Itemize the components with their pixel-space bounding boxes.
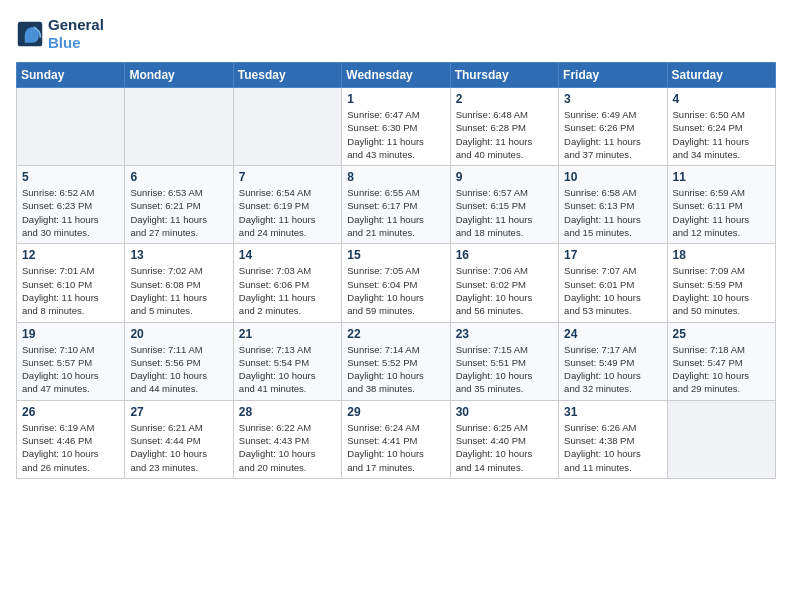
weekday-header-monday: Monday: [125, 63, 233, 88]
day-number: 29: [347, 405, 444, 419]
day-info: Sunrise: 6:53 AMSunset: 6:21 PMDaylight:…: [130, 186, 227, 239]
day-number: 26: [22, 405, 119, 419]
day-number: 4: [673, 92, 770, 106]
calendar-table: SundayMondayTuesdayWednesdayThursdayFrid…: [16, 62, 776, 479]
calendar-cell: 10Sunrise: 6:58 AMSunset: 6:13 PMDayligh…: [559, 166, 667, 244]
day-number: 3: [564, 92, 661, 106]
day-number: 6: [130, 170, 227, 184]
day-info: Sunrise: 6:21 AMSunset: 4:44 PMDaylight:…: [130, 421, 227, 474]
calendar-week-3: 12Sunrise: 7:01 AMSunset: 6:10 PMDayligh…: [17, 244, 776, 322]
day-info: Sunrise: 7:11 AMSunset: 5:56 PMDaylight:…: [130, 343, 227, 396]
day-info: Sunrise: 6:50 AMSunset: 6:24 PMDaylight:…: [673, 108, 770, 161]
calendar-cell: 25Sunrise: 7:18 AMSunset: 5:47 PMDayligh…: [667, 322, 775, 400]
day-number: 23: [456, 327, 553, 341]
day-info: Sunrise: 7:06 AMSunset: 6:02 PMDaylight:…: [456, 264, 553, 317]
calendar-cell: [667, 400, 775, 478]
day-number: 15: [347, 248, 444, 262]
calendar-cell: [125, 88, 233, 166]
calendar-cell: 30Sunrise: 6:25 AMSunset: 4:40 PMDayligh…: [450, 400, 558, 478]
calendar-cell: 9Sunrise: 6:57 AMSunset: 6:15 PMDaylight…: [450, 166, 558, 244]
day-number: 8: [347, 170, 444, 184]
calendar-cell: 15Sunrise: 7:05 AMSunset: 6:04 PMDayligh…: [342, 244, 450, 322]
day-info: Sunrise: 7:17 AMSunset: 5:49 PMDaylight:…: [564, 343, 661, 396]
weekday-header-friday: Friday: [559, 63, 667, 88]
logo: General Blue: [16, 16, 104, 52]
weekday-header-wednesday: Wednesday: [342, 63, 450, 88]
day-number: 1: [347, 92, 444, 106]
day-number: 14: [239, 248, 336, 262]
day-info: Sunrise: 7:14 AMSunset: 5:52 PMDaylight:…: [347, 343, 444, 396]
day-number: 25: [673, 327, 770, 341]
day-info: Sunrise: 6:52 AMSunset: 6:23 PMDaylight:…: [22, 186, 119, 239]
day-info: Sunrise: 6:49 AMSunset: 6:26 PMDaylight:…: [564, 108, 661, 161]
calendar-cell: 29Sunrise: 6:24 AMSunset: 4:41 PMDayligh…: [342, 400, 450, 478]
day-info: Sunrise: 6:24 AMSunset: 4:41 PMDaylight:…: [347, 421, 444, 474]
day-number: 5: [22, 170, 119, 184]
day-number: 27: [130, 405, 227, 419]
calendar-cell: 22Sunrise: 7:14 AMSunset: 5:52 PMDayligh…: [342, 322, 450, 400]
calendar-header-row: SundayMondayTuesdayWednesdayThursdayFrid…: [17, 63, 776, 88]
day-info: Sunrise: 6:22 AMSunset: 4:43 PMDaylight:…: [239, 421, 336, 474]
day-number: 10: [564, 170, 661, 184]
day-number: 28: [239, 405, 336, 419]
day-number: 17: [564, 248, 661, 262]
day-number: 21: [239, 327, 336, 341]
day-info: Sunrise: 7:18 AMSunset: 5:47 PMDaylight:…: [673, 343, 770, 396]
day-info: Sunrise: 7:10 AMSunset: 5:57 PMDaylight:…: [22, 343, 119, 396]
calendar-cell: 1Sunrise: 6:47 AMSunset: 6:30 PMDaylight…: [342, 88, 450, 166]
calendar-cell: 31Sunrise: 6:26 AMSunset: 4:38 PMDayligh…: [559, 400, 667, 478]
day-info: Sunrise: 6:54 AMSunset: 6:19 PMDaylight:…: [239, 186, 336, 239]
calendar-cell: 13Sunrise: 7:02 AMSunset: 6:08 PMDayligh…: [125, 244, 233, 322]
day-number: 12: [22, 248, 119, 262]
calendar-cell: 4Sunrise: 6:50 AMSunset: 6:24 PMDaylight…: [667, 88, 775, 166]
calendar-cell: 7Sunrise: 6:54 AMSunset: 6:19 PMDaylight…: [233, 166, 341, 244]
day-info: Sunrise: 7:03 AMSunset: 6:06 PMDaylight:…: [239, 264, 336, 317]
day-number: 16: [456, 248, 553, 262]
page-header: General Blue: [16, 16, 776, 52]
calendar-week-5: 26Sunrise: 6:19 AMSunset: 4:46 PMDayligh…: [17, 400, 776, 478]
calendar-week-4: 19Sunrise: 7:10 AMSunset: 5:57 PMDayligh…: [17, 322, 776, 400]
day-info: Sunrise: 7:01 AMSunset: 6:10 PMDaylight:…: [22, 264, 119, 317]
calendar-cell: 28Sunrise: 6:22 AMSunset: 4:43 PMDayligh…: [233, 400, 341, 478]
calendar-cell: 19Sunrise: 7:10 AMSunset: 5:57 PMDayligh…: [17, 322, 125, 400]
day-number: 9: [456, 170, 553, 184]
day-number: 7: [239, 170, 336, 184]
day-info: Sunrise: 6:57 AMSunset: 6:15 PMDaylight:…: [456, 186, 553, 239]
calendar-week-1: 1Sunrise: 6:47 AMSunset: 6:30 PMDaylight…: [17, 88, 776, 166]
day-number: 31: [564, 405, 661, 419]
calendar-cell: 14Sunrise: 7:03 AMSunset: 6:06 PMDayligh…: [233, 244, 341, 322]
calendar-cell: 11Sunrise: 6:59 AMSunset: 6:11 PMDayligh…: [667, 166, 775, 244]
calendar-cell: 27Sunrise: 6:21 AMSunset: 4:44 PMDayligh…: [125, 400, 233, 478]
day-info: Sunrise: 7:05 AMSunset: 6:04 PMDaylight:…: [347, 264, 444, 317]
logo-text: General Blue: [48, 16, 104, 52]
calendar-cell: 3Sunrise: 6:49 AMSunset: 6:26 PMDaylight…: [559, 88, 667, 166]
calendar-cell: [17, 88, 125, 166]
day-number: 2: [456, 92, 553, 106]
logo-icon: [16, 20, 44, 48]
calendar-cell: 24Sunrise: 7:17 AMSunset: 5:49 PMDayligh…: [559, 322, 667, 400]
weekday-header-saturday: Saturday: [667, 63, 775, 88]
day-info: Sunrise: 6:25 AMSunset: 4:40 PMDaylight:…: [456, 421, 553, 474]
day-number: 13: [130, 248, 227, 262]
calendar-cell: 8Sunrise: 6:55 AMSunset: 6:17 PMDaylight…: [342, 166, 450, 244]
calendar-cell: 21Sunrise: 7:13 AMSunset: 5:54 PMDayligh…: [233, 322, 341, 400]
calendar-cell: 18Sunrise: 7:09 AMSunset: 5:59 PMDayligh…: [667, 244, 775, 322]
day-info: Sunrise: 7:15 AMSunset: 5:51 PMDaylight:…: [456, 343, 553, 396]
day-number: 18: [673, 248, 770, 262]
day-info: Sunrise: 7:09 AMSunset: 5:59 PMDaylight:…: [673, 264, 770, 317]
calendar-cell: 16Sunrise: 7:06 AMSunset: 6:02 PMDayligh…: [450, 244, 558, 322]
day-info: Sunrise: 6:19 AMSunset: 4:46 PMDaylight:…: [22, 421, 119, 474]
day-number: 22: [347, 327, 444, 341]
day-number: 30: [456, 405, 553, 419]
calendar-cell: 12Sunrise: 7:01 AMSunset: 6:10 PMDayligh…: [17, 244, 125, 322]
weekday-header-thursday: Thursday: [450, 63, 558, 88]
day-info: Sunrise: 7:07 AMSunset: 6:01 PMDaylight:…: [564, 264, 661, 317]
calendar-cell: [233, 88, 341, 166]
calendar-body: 1Sunrise: 6:47 AMSunset: 6:30 PMDaylight…: [17, 88, 776, 479]
calendar-cell: 6Sunrise: 6:53 AMSunset: 6:21 PMDaylight…: [125, 166, 233, 244]
day-info: Sunrise: 6:55 AMSunset: 6:17 PMDaylight:…: [347, 186, 444, 239]
day-info: Sunrise: 7:02 AMSunset: 6:08 PMDaylight:…: [130, 264, 227, 317]
day-number: 11: [673, 170, 770, 184]
day-number: 20: [130, 327, 227, 341]
day-info: Sunrise: 6:59 AMSunset: 6:11 PMDaylight:…: [673, 186, 770, 239]
